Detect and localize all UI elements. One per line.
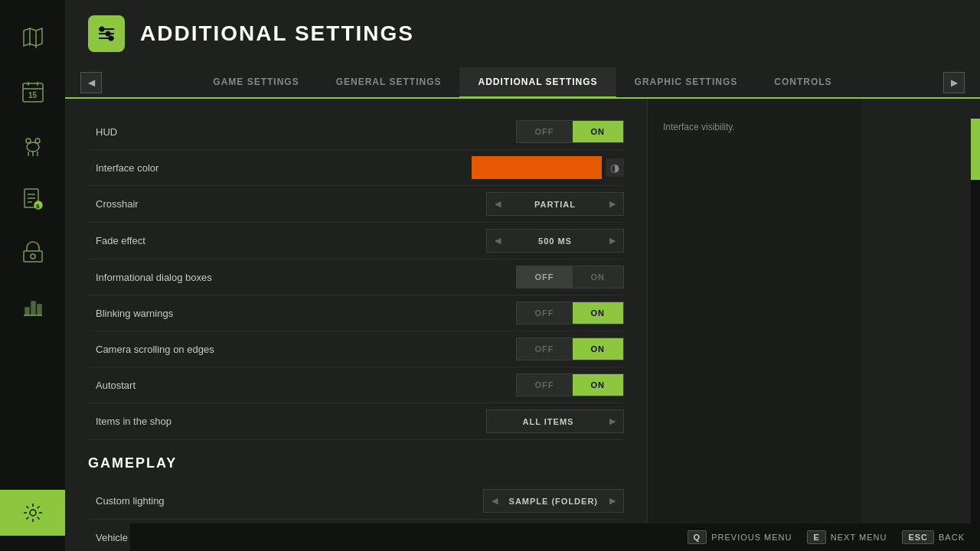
camera-scroll-off-btn[interactable]: OFF bbox=[517, 338, 573, 360]
selector-control-fade-effect: ◀ 500 MS ▶ bbox=[486, 229, 624, 253]
fade-prev[interactable]: ◀ bbox=[487, 230, 508, 252]
sidebar-item-animals[interactable] bbox=[6, 122, 60, 168]
setting-label-fade-effect: Fade effect bbox=[88, 235, 486, 246]
next-menu-label: NEXT MENU bbox=[831, 533, 887, 542]
bottom-action-next-menu: E NEXT MENU bbox=[807, 530, 887, 544]
setting-row-crosshair: Crosshair ◀ PARTIAL ▶ bbox=[88, 186, 624, 223]
svg-point-25 bbox=[30, 510, 36, 516]
sidebar-item-contracts[interactable]: $ bbox=[6, 176, 60, 222]
setting-row-items-shop: Items in the shop ALL ITEMS ▶ bbox=[88, 403, 624, 440]
svg-text:$: $ bbox=[36, 203, 40, 210]
svg-rect-19 bbox=[24, 251, 42, 262]
sidebar-item-shop[interactable] bbox=[6, 230, 60, 276]
toggle-group-hud: OFF ON bbox=[516, 120, 625, 143]
crosshair-value: PARTIAL bbox=[508, 194, 602, 215]
bottom-bar: Q PREVIOUS MENU E NEXT MENU ESC BACK bbox=[130, 523, 980, 551]
setting-label-camera-scrolling: Camera scrolling on edges bbox=[88, 344, 516, 355]
lighting-prev[interactable]: ◀ bbox=[484, 490, 505, 512]
setting-label-crosshair: Crosshair bbox=[88, 198, 486, 210]
sidebar-item-calendar[interactable]: 15 bbox=[6, 69, 60, 115]
svg-point-8 bbox=[26, 139, 31, 143]
dialog-off-btn[interactable]: OFF bbox=[517, 266, 573, 288]
selector-fade-effect: ◀ 500 MS ▶ bbox=[486, 229, 624, 253]
crosshair-prev[interactable]: ◀ bbox=[487, 193, 508, 215]
color-swatch[interactable] bbox=[472, 156, 602, 179]
setting-label-custom-lighting: Custom lighting bbox=[88, 495, 483, 507]
settings-panel: HUD OFF ON Interface color ◑ Crosshai bbox=[65, 99, 647, 551]
svg-rect-22 bbox=[25, 308, 29, 315]
toggle-group-dialog-boxes: OFF ON bbox=[516, 266, 625, 289]
fade-value: 500 MS bbox=[508, 230, 602, 252]
tab-next-arrow[interactable]: ▶ bbox=[943, 72, 965, 93]
color-control: ◑ bbox=[472, 156, 624, 179]
dialog-on-btn[interactable]: ON bbox=[573, 266, 624, 288]
bottom-action-back: ESC BACK bbox=[902, 530, 965, 544]
key-esc[interactable]: ESC bbox=[902, 530, 934, 544]
bottom-action-prev-menu: Q PREVIOUS MENU bbox=[688, 530, 792, 544]
toggle-blinking-warnings: OFF ON bbox=[516, 302, 625, 324]
blinking-on-btn[interactable]: ON bbox=[573, 302, 624, 324]
selector-control-crosshair: ◀ PARTIAL ▶ bbox=[486, 192, 624, 216]
key-e[interactable]: E bbox=[807, 530, 825, 544]
camera-scroll-on-btn[interactable]: ON bbox=[573, 338, 624, 360]
sidebar-item-settings[interactable] bbox=[0, 490, 65, 536]
blinking-off-btn[interactable]: OFF bbox=[517, 302, 573, 324]
tab-game-settings[interactable]: GAME SETTINGS bbox=[194, 67, 317, 99]
toggle-dialog-boxes: OFF ON bbox=[516, 266, 625, 289]
tab-controls[interactable]: CONTROLS bbox=[756, 67, 850, 99]
tab-graphic-settings[interactable]: GRAPHIC SETTINGS bbox=[616, 67, 756, 99]
sidebar-item-map[interactable] bbox=[6, 15, 60, 61]
sidebar: 15 $ bbox=[0, 0, 65, 551]
lighting-next[interactable]: ▶ bbox=[602, 490, 623, 512]
lighting-value: SAMPLE (FOLDER) bbox=[505, 491, 602, 512]
fade-next[interactable]: ▶ bbox=[602, 230, 623, 252]
setting-label-interface-color: Interface color bbox=[88, 162, 472, 174]
tabs: GAME SETTINGS GENERAL SETTINGS ADDITIONA… bbox=[102, 67, 943, 97]
info-text: Interface visibility. bbox=[663, 122, 846, 132]
scrollbar-thumb[interactable] bbox=[971, 119, 980, 180]
gameplay-section-title: GAMEPLAY bbox=[88, 455, 624, 471]
toggle-group-camera-scrolling: OFF ON bbox=[516, 337, 625, 360]
svg-point-9 bbox=[35, 139, 40, 143]
toggle-group-autostart: OFF ON bbox=[516, 373, 625, 396]
selector-control-custom-lighting: ◀ SAMPLE (FOLDER) ▶ bbox=[483, 489, 624, 513]
toggle-group-blinking: OFF ON bbox=[516, 302, 625, 324]
svg-point-7 bbox=[27, 142, 39, 152]
svg-point-29 bbox=[100, 28, 104, 31]
items-shop-value: ALL ITEMS bbox=[487, 411, 602, 432]
back-label: BACK bbox=[939, 533, 965, 542]
info-panel: Interface visibility. bbox=[647, 99, 861, 551]
key-q[interactable]: Q bbox=[688, 530, 707, 544]
selector-crosshair: ◀ PARTIAL ▶ bbox=[486, 192, 624, 216]
toggle-hud: OFF ON bbox=[516, 120, 625, 143]
svg-point-20 bbox=[31, 254, 35, 259]
sidebar-item-stats[interactable] bbox=[6, 283, 60, 329]
selector-custom-lighting: ◀ SAMPLE (FOLDER) ▶ bbox=[483, 489, 624, 513]
scrollbar-track bbox=[971, 119, 980, 528]
hud-on-btn[interactable]: ON bbox=[573, 121, 624, 142]
setting-row-fade-effect: Fade effect ◀ 500 MS ▶ bbox=[88, 223, 624, 259]
page-title: ADDITIONAL SETTINGS bbox=[140, 21, 414, 46]
svg-point-31 bbox=[109, 37, 113, 41]
tab-general-settings[interactable]: GENERAL SETTINGS bbox=[318, 67, 460, 99]
svg-rect-23 bbox=[31, 302, 35, 315]
items-shop-next[interactable]: ▶ bbox=[602, 410, 623, 432]
header: ADDITIONAL SETTINGS bbox=[65, 0, 980, 67]
hud-off-btn[interactable]: OFF bbox=[517, 121, 573, 142]
autostart-on-btn[interactable]: ON bbox=[573, 374, 624, 396]
main-content: ADDITIONAL SETTINGS ◀ GAME SETTINGS GENE… bbox=[65, 0, 980, 551]
setting-row-camera-scrolling: Camera scrolling on edges OFF ON bbox=[88, 331, 624, 367]
tab-prev-arrow[interactable]: ◀ bbox=[80, 72, 102, 93]
setting-label-hud: HUD bbox=[88, 126, 516, 138]
tabs-container: ◀ GAME SETTINGS GENERAL SETTINGS ADDITIO… bbox=[65, 67, 980, 99]
setting-row-hud: HUD OFF ON bbox=[88, 114, 624, 150]
setting-row-dialog-boxes: Informational dialog boxes OFF ON bbox=[88, 259, 624, 295]
crosshair-next[interactable]: ▶ bbox=[602, 193, 623, 215]
setting-label-dialog-boxes: Informational dialog boxes bbox=[88, 272, 516, 283]
toggle-camera-scrolling: OFF ON bbox=[516, 337, 625, 360]
autostart-off-btn[interactable]: OFF bbox=[517, 374, 573, 396]
toggle-autostart: OFF ON bbox=[516, 373, 625, 396]
svg-text:15: 15 bbox=[28, 91, 38, 99]
color-picker-icon[interactable]: ◑ bbox=[606, 158, 624, 177]
tab-additional-settings[interactable]: ADDITIONAL SETTINGS bbox=[459, 67, 616, 99]
